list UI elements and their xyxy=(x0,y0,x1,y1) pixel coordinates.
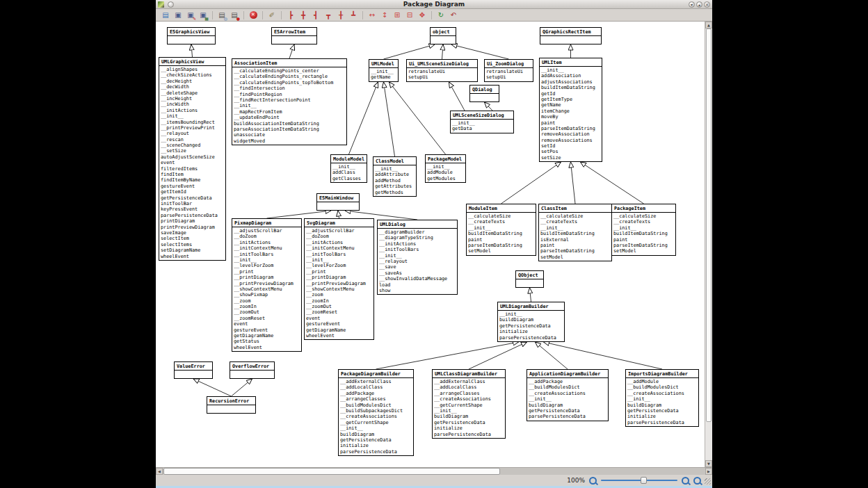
zoom-in-icon[interactable] xyxy=(682,477,689,485)
horizontal-scrollbar[interactable]: ◀ ▶ xyxy=(156,467,712,475)
class-title: ApplicationDiagramBuilder xyxy=(527,370,608,378)
align-left-button[interactable]: ┣ xyxy=(285,10,296,20)
class-title: E5GraphicsView xyxy=(168,28,215,36)
save-as-button[interactable]: ▣✎ xyxy=(185,10,196,20)
vertical-scrollbar[interactable]: ▲ ▼ xyxy=(705,22,712,467)
class-box-AssociationItem[interactable]: AssociationItem__calculateEndingPoints_c… xyxy=(232,58,347,145)
align-vcenter-icon: ╂ xyxy=(339,11,343,19)
save-image-button[interactable]: ▣▦ xyxy=(198,10,209,20)
class-title: UMLItem xyxy=(540,58,602,67)
print-diagram-button[interactable]: ▤● xyxy=(229,10,240,20)
class-box-E5MainWindow[interactable]: E5MainWindow xyxy=(316,193,360,211)
class-members: __addExternalClass__addLocalClass__arran… xyxy=(433,378,505,438)
inc-width-button[interactable]: ↔ xyxy=(367,10,378,20)
class-box-ImportsDiagramBuilder[interactable]: ImportsDiagramBuilder__addModule__buildM… xyxy=(625,369,699,427)
maximize-button[interactable]: ▴ xyxy=(696,1,702,8)
class-box-ApplicationDiagramBuilder[interactable]: ApplicationDiagramBuilder__addPackage__b… xyxy=(527,369,609,421)
class-box-UMLModel[interactable]: UMLModel__init__getName xyxy=(369,59,399,82)
class-title: Ui_UMLSceneSizeDialog xyxy=(407,60,477,68)
horizontal-scroll-thumb[interactable] xyxy=(163,468,500,475)
class-box-PackageDiagramBuilder[interactable]: PackageDiagramBuilder__addExternalClass_… xyxy=(338,369,414,456)
class-title: UMLDialog xyxy=(378,220,457,229)
class-box-UMLSceneSizeDialog[interactable]: UMLSceneSizeDialog__init__getData xyxy=(450,111,514,133)
inc-size-button[interactable]: ⊞ xyxy=(392,10,403,20)
scroll-left-button[interactable]: ◀ xyxy=(156,468,163,475)
inc-width-icon: ↔ xyxy=(369,11,375,19)
align-hcenter-icon: ╋ xyxy=(301,11,305,19)
horizontal-scroll-track[interactable] xyxy=(163,468,705,475)
print-button[interactable]: ▤ xyxy=(160,10,171,20)
save-button[interactable]: ▣ xyxy=(172,10,184,20)
class-box-UMLDiagramBuilder[interactable]: UMLDiagramBuilder__init__buildDiagramget… xyxy=(497,302,565,342)
align-hcenter-button[interactable]: ╋ xyxy=(298,10,309,20)
inc-height-button[interactable]: ↕ xyxy=(379,10,390,20)
class-box-QDialog[interactable]: QDialog xyxy=(469,85,499,102)
class-box-UMLDialog[interactable]: UMLDialog__diagramBuilder__diagramTypeSt… xyxy=(377,220,458,295)
class-box-ClassItem[interactable]: ClassItem__calculateSize__createTexts__i… xyxy=(538,204,612,261)
class-title: AssociationItem xyxy=(232,59,346,67)
class-title: PackageModel xyxy=(426,155,465,163)
vertical-scroll-thumb[interactable] xyxy=(706,29,712,422)
undo-button[interactable]: ↶ xyxy=(448,10,459,20)
class-box-E5GraphicsView[interactable]: E5GraphicsView xyxy=(167,27,216,44)
class-members xyxy=(516,279,543,287)
print-diagram-badge-icon: ● xyxy=(236,16,240,21)
save-image-badge-icon: ▦ xyxy=(204,16,209,21)
titlebar[interactable]: Package Diagram ▾▴✕ xyxy=(156,0,712,9)
zoom-slider[interactable] xyxy=(601,476,677,485)
set-size-button[interactable]: ✥ xyxy=(417,10,428,20)
class-box-ModuleItem[interactable]: ModuleItem__calculateSize__createTexts__… xyxy=(466,204,536,256)
minimize-button[interactable]: ▾ xyxy=(689,1,695,8)
class-box-PackageModel[interactable]: PackageModel__init__addModulegetModules xyxy=(425,154,466,183)
class-members: __addExternalClass__addLocalClass__addPa… xyxy=(339,378,413,455)
class-box-ModuleModel[interactable]: ModuleModel__init__addClassgetClasses xyxy=(330,154,367,183)
class-box-ValueError[interactable]: ValueError xyxy=(174,361,213,379)
class-box-Ui_ZoomDialog[interactable]: Ui_ZoomDialogretranslateUisetupUi xyxy=(484,59,533,82)
relayout-button[interactable]: ↻ xyxy=(435,10,447,20)
class-title: ClassModel xyxy=(373,157,416,165)
class-box-Ui_UMLSceneSizeDialog[interactable]: Ui_UMLSceneSizeDialogretranslateUisetupU… xyxy=(406,59,478,82)
class-box-QObject[interactable]: QObject xyxy=(515,270,544,288)
zoom-reset-icon[interactable] xyxy=(693,477,701,485)
close-button[interactable]: ✕ xyxy=(704,1,710,8)
attach-button[interactable]: ✐ xyxy=(266,10,278,20)
scroll-down-button[interactable]: ▼ xyxy=(705,460,712,467)
class-box-OverflowError[interactable]: OverflowError xyxy=(230,361,275,379)
class-box-ClassModel[interactable]: ClassModel__init__addAttributeaddMethodg… xyxy=(373,156,417,197)
shade-button[interactable] xyxy=(168,1,174,8)
zoom-out-icon[interactable] xyxy=(589,477,597,485)
align-right-button[interactable]: ┫ xyxy=(310,10,321,20)
inc-height-icon: ↕ xyxy=(382,11,387,19)
zoom-slider-handle[interactable] xyxy=(641,477,647,484)
class-title: ModuleItem xyxy=(467,204,536,213)
class-box-UMLGraphicsView[interactable]: UMLGraphicsView__alignShapes__checkSizeA… xyxy=(159,57,226,261)
diagram-canvas[interactable]: E5GraphicsViewE5ArrowItemobjectQGraphics… xyxy=(156,22,705,467)
toolbar-separator xyxy=(281,11,282,19)
inheritance-arrow-UMLGraphicsView-to-E5GraphicsView xyxy=(191,44,193,57)
class-box-QGraphicsRectItem[interactable]: QGraphicsRectItem xyxy=(540,27,602,44)
class-title: QGraphicsRectItem xyxy=(540,28,601,36)
class-box-RecursionError[interactable]: RecursionError xyxy=(207,396,256,414)
class-box-PackageItem[interactable]: PackageItem__calculateSize__createTexts_… xyxy=(611,204,676,256)
align-bottom-button[interactable]: ┻ xyxy=(348,10,359,20)
undo-icon: ↶ xyxy=(451,11,456,19)
class-box-UMLItem[interactable]: UMLItem__init__addAssociationadjustAssoc… xyxy=(539,58,602,162)
titlebar-left-buttons xyxy=(166,1,174,8)
class-members xyxy=(470,94,499,101)
print-preview-button[interactable]: ▤◎ xyxy=(216,10,227,20)
scroll-up-button[interactable]: ▲ xyxy=(705,22,712,29)
resize-grip[interactable] xyxy=(705,478,711,485)
class-box-E5ArrowItem[interactable]: E5ArrowItem xyxy=(271,27,317,44)
class-box-object[interactable]: object xyxy=(430,27,456,44)
align-vcenter-button[interactable]: ╂ xyxy=(335,10,346,20)
zoom-percentage-label: 100% xyxy=(567,477,585,484)
class-box-PixmapDiagram[interactable]: PixmapDiagram__adjustScrollBar__doZoom__… xyxy=(232,218,302,352)
inheritance-arrow-UMLModel-to-object xyxy=(384,44,435,59)
scroll-right-button[interactable]: ▶ xyxy=(705,468,712,475)
class-box-SvgDiagram[interactable]: SvgDiagram__adjustScrollBar__doZoom__ini… xyxy=(304,218,374,340)
dec-size-button[interactable]: ⊟ xyxy=(404,10,415,20)
class-members: __init__addAttributeaddMethodgetAttribut… xyxy=(373,165,416,196)
align-top-button[interactable]: ┳ xyxy=(323,10,334,20)
class-box-UMLClassDiagramBuilder[interactable]: UMLClassDiagramBuilder__addExternalClass… xyxy=(432,369,506,439)
close-diagram-button[interactable]: ✕ xyxy=(248,10,259,20)
